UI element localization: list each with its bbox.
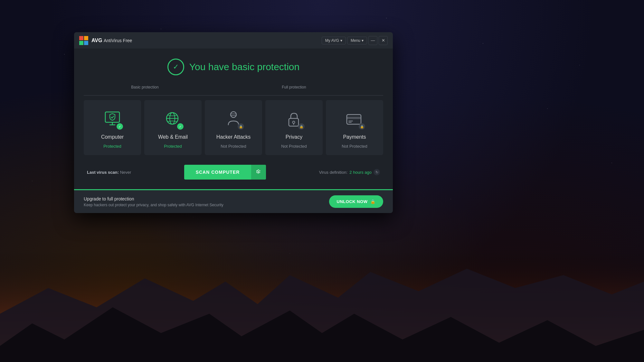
- payments-card-status: Not Protected: [342, 144, 367, 149]
- privacy-card-name: Privacy: [286, 134, 302, 140]
- basic-protection-label: Basic protection: [84, 85, 205, 91]
- upgrade-footer: Upgrade to full protection Keep hackers …: [74, 189, 393, 213]
- upgrade-subtitle: Keep hackers out protect your privacy, a…: [84, 203, 223, 207]
- protection-separator: [84, 95, 383, 96]
- card-web-email[interactable]: ✓ Web & Email Protected: [144, 100, 202, 155]
- svg-rect-7: [84, 41, 88, 45]
- window-controls: My AVG ▾ Menu ▾ — ✕: [322, 36, 388, 45]
- full-protection-label: Full protection: [205, 85, 383, 91]
- computer-icon-area: ✓: [101, 108, 124, 130]
- web-email-card-status: Protected: [164, 144, 182, 149]
- card-payments[interactable]: 🔒 Payments Not Protected: [326, 100, 383, 155]
- web-email-check-badge: ✓: [177, 123, 184, 130]
- computer-card-status: Protected: [103, 144, 121, 149]
- upgrade-text: Upgrade to full protection Keep hackers …: [84, 196, 223, 207]
- app-title: AVG AntiVirus Free: [91, 38, 132, 43]
- privacy-lock-badge: 🔒: [298, 123, 305, 130]
- app-window: AVG AntiVirus Free My AVG ▾ Menu ▾ — ✕: [74, 32, 393, 213]
- card-privacy[interactable]: 🔒 Privacy Not Protected: [265, 100, 323, 155]
- svg-rect-5: [84, 36, 88, 40]
- privacy-card-status: Not Protected: [281, 144, 307, 149]
- virus-definition-info: Virus definition: 2 hours ago ↻: [319, 169, 380, 175]
- last-scan-info: Last virus scan: Never: [87, 170, 131, 175]
- svg-rect-15: [231, 114, 236, 116]
- svg-point-14: [231, 112, 236, 117]
- minimize-button[interactable]: —: [368, 36, 377, 45]
- svg-rect-4: [79, 36, 83, 40]
- protection-labels-row: Basic protection Full protection: [84, 85, 383, 91]
- gear-icon: [256, 169, 261, 175]
- scan-computer-button[interactable]: SCAN COMPUTER: [184, 165, 251, 179]
- hacker-lock-badge: 🔒: [238, 123, 244, 130]
- cards-grid: ✓ Computer Protected: [84, 100, 383, 155]
- web-email-card-name: Web & Email: [158, 134, 188, 140]
- svg-rect-16: [289, 118, 298, 126]
- unlock-now-button[interactable]: UNLOCK NOW 🔒: [329, 195, 384, 208]
- avg-logo-icon: [79, 36, 88, 45]
- chevron-down-icon: ▾: [362, 38, 364, 43]
- close-button[interactable]: ✕: [379, 36, 388, 45]
- scan-button-group: SCAN COMPUTER: [184, 165, 266, 180]
- svg-rect-20: [347, 117, 361, 119]
- card-hacker[interactable]: 🔒 Hacker Attacks Not Protected: [205, 100, 262, 155]
- my-avg-button[interactable]: My AVG ▾: [322, 37, 346, 44]
- chevron-down-icon: ▾: [340, 38, 342, 43]
- status-message: You have basic protection: [189, 61, 299, 72]
- mountains-background: [0, 249, 644, 362]
- menu-button[interactable]: Menu ▾: [347, 37, 367, 44]
- card-computer[interactable]: ✓ Computer Protected: [84, 100, 141, 155]
- status-circle-icon: ✓: [167, 59, 184, 75]
- svg-rect-6: [79, 41, 83, 45]
- payments-card-name: Payments: [343, 134, 366, 140]
- payments-icon-area: 🔒: [343, 108, 366, 130]
- svg-rect-3: [0, 352, 644, 362]
- svg-rect-19: [347, 115, 361, 124]
- svg-point-17: [293, 121, 295, 124]
- web-email-icon-area: ✓: [162, 108, 184, 130]
- computer-card-name: Computer: [101, 134, 124, 140]
- status-header: ✓ You have basic protection: [84, 59, 383, 75]
- app-logo: AVG AntiVirus Free: [79, 36, 132, 45]
- computer-check-badge: ✓: [117, 123, 123, 130]
- payments-lock-badge: 🔒: [359, 123, 365, 130]
- scan-row: Last virus scan: Never SCAN COMPUTER Vir…: [84, 165, 383, 180]
- title-bar: AVG AntiVirus Free My AVG ▾ Menu ▾ — ✕: [74, 32, 393, 49]
- scan-settings-button[interactable]: [251, 165, 266, 180]
- hacker-icon-area: 🔒: [222, 108, 245, 130]
- lock-icon: 🔒: [370, 199, 376, 204]
- main-content: ✓ You have basic protection Basic protec…: [74, 49, 393, 189]
- upgrade-title: Upgrade to full protection: [84, 196, 223, 201]
- privacy-icon-area: 🔒: [283, 108, 305, 130]
- hacker-card-name: Hacker Attacks: [216, 134, 251, 140]
- hacker-card-status: Not Protected: [221, 144, 246, 149]
- refresh-virus-def-button[interactable]: ↻: [374, 169, 380, 175]
